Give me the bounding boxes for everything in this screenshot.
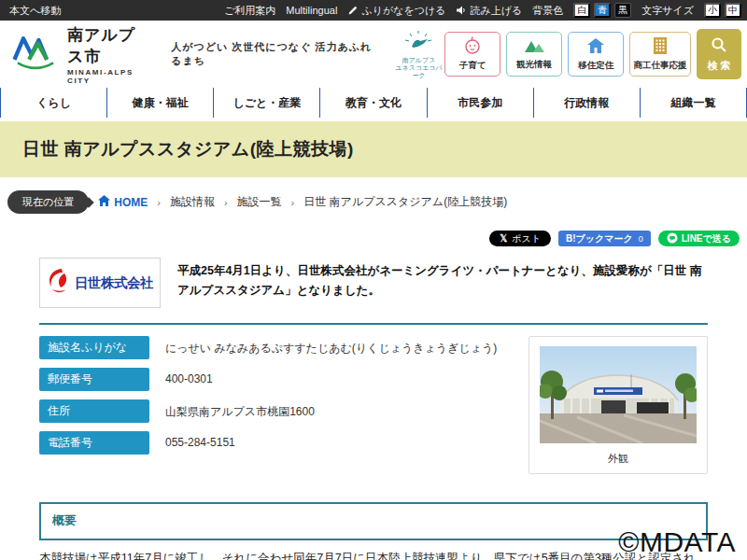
- table-row: 施設名ふりがな にっせい みなみあるぷすすたじあむ(りくじょうきょうぎじょう): [39, 336, 529, 359]
- page-title-band: 日世 南アルプススタジアム(陸上競技場): [0, 121, 747, 177]
- city-tagline: 人がつどい 次世代につなぐ 活力あふれるまち: [171, 40, 373, 68]
- breadcrumb-home-label: HOME: [114, 196, 148, 209]
- pencil-icon: [347, 5, 359, 16]
- page-title: 日世 南アルプススタジアム(陸上競技場): [22, 137, 354, 161]
- ecopark-line2: ユネスコエコパーク: [393, 64, 444, 79]
- x-post-button[interactable]: 𝕏 ポスト: [489, 231, 551, 246]
- baby-icon: [463, 36, 482, 58]
- relocation-button[interactable]: 移住定住: [568, 32, 624, 77]
- nissei-logo[interactable]: 日世株式会社: [39, 258, 161, 308]
- mountain-icon: [523, 37, 545, 57]
- hatena-bookmark-button[interactable]: B!ブックマーク 0: [558, 231, 651, 246]
- bird-icon: [402, 40, 434, 56]
- search-icon: [711, 36, 727, 56]
- furigana-label: ふりがなをつける: [361, 4, 445, 18]
- nissei-swirl-icon: [47, 267, 71, 299]
- current-location-badge: 現在の位置: [7, 190, 89, 214]
- quick-buttons: 子育て 観光情報 移住定住 商工仕事応援 検索: [444, 29, 741, 79]
- nav-item-education-culture[interactable]: 教育・文化: [319, 88, 426, 118]
- relocation-label: 移住定住: [578, 60, 613, 72]
- row-label-postal-code: 郵便番号: [39, 368, 149, 391]
- speaker-icon: [456, 5, 467, 16]
- overview-text: 本競技場は平成11年7月に竣工し、それに合わせ同年7月7日に日本陸上競技連盟より…: [39, 549, 708, 560]
- skip-to-content-link[interactable]: 本文へ移動: [9, 4, 61, 18]
- line-share-label: LINEで送る: [682, 232, 731, 245]
- x-post-label: ポスト: [512, 232, 541, 245]
- x-icon: 𝕏: [500, 233, 507, 244]
- font-size-label: 文字サイズ: [641, 4, 694, 18]
- business-support-label: 商工仕事応援: [634, 60, 687, 72]
- building-icon: [652, 36, 669, 58]
- read-aloud-link[interactable]: 読み上げる: [456, 4, 522, 18]
- bg-color-buttons: 白 青 黒: [573, 3, 631, 18]
- bg-blue-button[interactable]: 青: [594, 3, 611, 18]
- nav-item-citizen-participation[interactable]: 市民参加: [427, 88, 533, 118]
- naming-rights-notice: 日世株式会社 平成25年4月1日より、日世株式会社がネーミングライツ・パートナー…: [39, 258, 708, 325]
- table-row: 電話番号 055-284-5151: [39, 431, 529, 455]
- city-name-en: MINAMI-ALPS CITY: [67, 68, 147, 85]
- ecopark-line1: 南アルプス: [393, 57, 444, 64]
- overview-line-1: 本競技場は平成11年7月に竣工し、それに合わせ同年7月7日に日本陸上競技連盟より…: [39, 549, 708, 560]
- city-logo[interactable]: 南アルプス市 MINAMI-ALPS CITY: [11, 24, 147, 85]
- nav-item-administration[interactable]: 行政情報: [533, 88, 640, 118]
- nav-item-organization[interactable]: 組織一覧: [640, 88, 747, 118]
- hatena-count: 0: [639, 234, 643, 244]
- global-nav: くらし 健康・福祉 しごと・産業 教育・文化 市民参加 行政情報 組織一覧: [0, 88, 747, 118]
- row-label-furigana: 施設名ふりがな: [39, 336, 149, 359]
- breadcrumb: 現在の位置 HOME › 施設情報 › 施設一覧 › 日世 南アルプススタジアム…: [7, 190, 747, 214]
- bg-white-button[interactable]: 白: [573, 3, 590, 18]
- city-logo-text: 南アルプス市 MINAMI-ALPS CITY: [67, 24, 147, 85]
- share-buttons: 𝕏 ポスト B!ブックマーク 0 LINEで送る: [0, 231, 740, 246]
- table-row: 郵便番号 400-0301: [39, 368, 529, 391]
- facility-photo-card: 外観: [529, 336, 708, 474]
- font-medium-button[interactable]: 中: [725, 3, 741, 18]
- row-label-phone: 電話番号: [39, 431, 149, 455]
- line-icon: [667, 232, 678, 245]
- childcare-button[interactable]: 子育て: [444, 32, 500, 77]
- multilingual-link[interactable]: Multilingual: [286, 5, 337, 16]
- row-value-furigana: にっせい みなみあるぷすすたじあむ(りくじょうきょうぎじょう): [149, 336, 497, 357]
- search-label: 検索: [708, 59, 734, 73]
- breadcrumb-current-page: 日世 南アルプススタジアム(陸上競技場): [303, 194, 507, 210]
- watermark: ©MDATA: [618, 526, 736, 558]
- city-name: 南アルプス市: [67, 24, 147, 67]
- bg-color-label: 背景色: [532, 4, 563, 18]
- bg-black-button[interactable]: 黒: [614, 3, 631, 18]
- house-icon: [586, 36, 605, 58]
- row-value-address: 山梨県南アルプス市桃園1600: [149, 399, 315, 420]
- business-support-button[interactable]: 商工仕事応援: [629, 32, 691, 77]
- breadcrumb-separator: ›: [224, 197, 228, 208]
- site-header: 南アルプス市 MINAMI-ALPS CITY 人がつどい 次世代につなぐ 活力…: [0, 21, 747, 88]
- font-size-buttons: 小 中: [704, 3, 741, 18]
- row-label-address: 住所: [39, 399, 149, 423]
- search-button[interactable]: 検索: [697, 29, 741, 79]
- childcare-label: 子育て: [459, 60, 486, 72]
- row-value-postal-code: 400-0301: [149, 368, 213, 385]
- nav-item-health-welfare[interactable]: 健康・福祉: [106, 88, 213, 118]
- line-share-button[interactable]: LINEで送る: [658, 231, 740, 246]
- breadcrumb-home-link[interactable]: HOME: [98, 195, 148, 209]
- utility-bar: 本文へ移動 ご利用案内 Multilingual ふりがなをつける 読み上げる …: [0, 0, 747, 21]
- furigana-link[interactable]: ふりがなをつける: [347, 4, 445, 18]
- breadcrumb-facility-info[interactable]: 施設情報: [170, 194, 215, 210]
- tourism-label: 観光情報: [516, 59, 552, 71]
- mountain-logo-icon: [11, 32, 60, 77]
- nav-item-kurashi[interactable]: くらし: [0, 88, 106, 118]
- usage-guide-link[interactable]: ご利用案内: [224, 4, 275, 18]
- hatena-label: B!ブックマーク: [566, 232, 633, 245]
- stadium-exterior-photo: [540, 346, 697, 443]
- font-small-button[interactable]: 小: [704, 3, 721, 18]
- facility-info-section: 施設名ふりがな にっせい みなみあるぷすすたじあむ(りくじょうきょうぎじょう) …: [39, 336, 708, 474]
- facility-info-table: 施設名ふりがな にっせい みなみあるぷすすたじあむ(りくじょうきょうぎじょう) …: [39, 336, 529, 474]
- home-icon: [98, 195, 110, 209]
- main-content: 日世株式会社 平成25年4月1日より、日世株式会社がネーミングライツ・パートナー…: [39, 258, 708, 560]
- nav-item-work-industry[interactable]: しごと・産業: [213, 88, 319, 118]
- breadcrumb-facility-list[interactable]: 施設一覧: [237, 194, 282, 210]
- breadcrumb-separator: ›: [157, 197, 161, 208]
- ecopark-emblem[interactable]: 南アルプス ユネスコエコパーク: [393, 29, 444, 80]
- table-row: 住所 山梨県南アルプス市桃園1600: [39, 399, 529, 423]
- nissei-company-name: 日世株式会社: [75, 274, 153, 292]
- tourism-button[interactable]: 観光情報: [506, 32, 562, 77]
- utility-links: ご利用案内 Multilingual ふりがなをつける 読み上げる 背景色 白 …: [224, 3, 741, 18]
- overview-heading: 概要: [52, 512, 695, 529]
